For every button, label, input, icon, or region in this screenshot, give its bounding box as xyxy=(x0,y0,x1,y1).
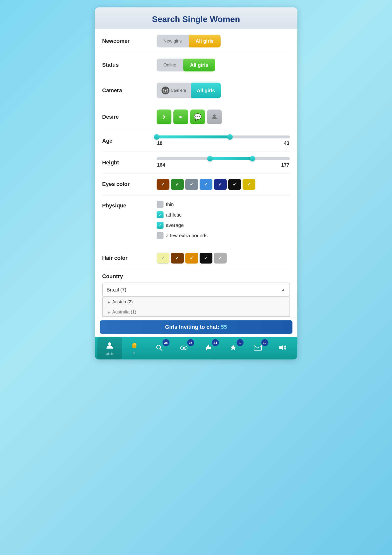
physique-average-checkbox[interactable]: ✓ xyxy=(157,222,164,229)
nav-item-coins[interactable]: 0 xyxy=(122,337,147,359)
height-slider-max-thumb[interactable] xyxy=(250,156,255,161)
list-item[interactable]: ▶ Australia (1) xyxy=(103,307,289,317)
list-item[interactable]: ▶ Austria (2) xyxy=(103,297,289,307)
desire-travel-icon[interactable]: ✈ xyxy=(157,110,171,124)
desire-row: Desire ✈ ⚭ 💬 xyxy=(102,104,290,130)
nav-messages-badge: 12 xyxy=(261,339,268,346)
nav-likes-badge: 34 xyxy=(212,339,219,346)
newcomer-controls: New girls All girls xyxy=(157,35,290,47)
physique-extra-pounds-label: a few extra pounds xyxy=(166,233,208,239)
hair-colors-grid: ✓ ✓ ✓ ✓ ✓ xyxy=(157,253,227,264)
status-online-btn[interactable]: Online xyxy=(157,59,183,71)
svg-point-5 xyxy=(132,346,136,348)
country-list-item-austria: Austria (2) xyxy=(112,299,133,305)
hair-color-grey[interactable]: ✓ xyxy=(214,253,227,264)
eye-color-dark-blue[interactable]: ✓ xyxy=(214,179,227,190)
eye-color-grey[interactable]: ✓ xyxy=(185,179,198,190)
age-label: Age xyxy=(102,138,157,144)
girls-inviting-bar: Girls Inviting to chat: 55 xyxy=(100,320,292,334)
star-icon xyxy=(229,344,237,353)
camera-all-girls-btn[interactable]: All girls xyxy=(191,83,221,98)
eye-color-yellow[interactable]: ✓ xyxy=(243,179,255,190)
girls-inviting-label: Girls Inviting to chat: xyxy=(165,324,219,330)
height-slider-track[interactable] xyxy=(157,157,290,160)
nav-item-sound[interactable] xyxy=(270,337,295,359)
hair-color-brown[interactable]: ✓ xyxy=(171,253,184,264)
nav-search-badge: 35 xyxy=(163,339,169,346)
desire-profile-icon[interactable] xyxy=(207,110,222,124)
hair-color-controls: ✓ ✓ ✓ ✓ ✓ xyxy=(157,253,290,264)
nav-views-badge: 35 xyxy=(187,339,194,346)
svg-point-1 xyxy=(213,114,216,117)
physique-row: Physique thin ✓ athletic ✓ average a few… xyxy=(102,196,290,247)
country-list-item-australia: Australia (1) xyxy=(112,310,136,315)
chevron-down-icon: ▲ xyxy=(281,287,286,292)
height-label: Height xyxy=(102,159,157,166)
hair-color-row: Hair color ✓ ✓ ✓ ✓ ✓ xyxy=(102,247,290,269)
height-slider-min-thumb[interactable] xyxy=(207,156,213,161)
expand-icon: ▶ xyxy=(108,300,110,304)
age-slider-max-thumb[interactable] xyxy=(227,134,233,140)
camera-icon xyxy=(162,87,169,94)
svg-marker-10 xyxy=(230,344,236,350)
girls-inviting-count: 55 xyxy=(221,324,227,330)
mail-icon xyxy=(254,344,262,352)
eye-color-blue[interactable]: ✓ xyxy=(200,179,212,190)
hair-color-label: Hair color xyxy=(102,255,157,261)
nav-item-favorites[interactable]: 1 xyxy=(221,337,246,359)
age-min-label: 18 xyxy=(157,140,163,146)
country-label: Country xyxy=(102,273,290,280)
svg-rect-11 xyxy=(254,345,262,350)
desire-relationship-icon[interactable]: ⚭ xyxy=(173,110,188,124)
age-controls: 18 43 xyxy=(157,135,290,146)
sound-icon xyxy=(279,344,286,353)
physique-athletic-checkbox[interactable]: ✓ xyxy=(157,211,164,218)
status-row: Status Online All girls xyxy=(102,53,290,77)
physique-athletic-label: athletic xyxy=(166,212,182,218)
hair-color-orange[interactable]: ✓ xyxy=(185,253,198,264)
newcomer-new-girls-btn[interactable]: New girls xyxy=(157,35,189,47)
hair-color-black[interactable]: ✓ xyxy=(200,253,212,264)
physique-extra-pounds-checkbox[interactable] xyxy=(157,232,164,239)
height-row: Height 164 177 xyxy=(102,152,290,174)
physique-average-label: average xyxy=(166,222,184,228)
eye-color-brown[interactable]: ✓ xyxy=(157,179,169,190)
newcomer-all-girls-btn[interactable]: All girls xyxy=(189,35,221,47)
country-selected: Brazil (7) xyxy=(107,287,126,293)
status-label: Status xyxy=(102,62,157,68)
physique-thin-checkbox[interactable] xyxy=(157,201,164,208)
physique-average: ✓ average xyxy=(157,222,290,229)
age-slider-fill xyxy=(157,135,230,138)
height-slider-fill xyxy=(210,157,253,160)
age-slider-container: 18 43 xyxy=(157,135,290,146)
nav-item-search[interactable]: 35 xyxy=(147,337,171,359)
bottom-nav: admin 0 35 35 xyxy=(95,337,297,359)
svg-marker-12 xyxy=(279,345,283,350)
camera-row: Camera Cam era All girls xyxy=(102,77,290,104)
age-slider-track[interactable] xyxy=(157,135,290,138)
nav-item-views[interactable]: 35 xyxy=(171,337,196,359)
age-slider-min-thumb[interactable] xyxy=(154,134,159,140)
nav-favorites-badge: 1 xyxy=(237,339,244,346)
eye-color-green[interactable]: ✓ xyxy=(171,179,184,190)
height-slider-labels: 164 177 xyxy=(157,162,290,168)
status-all-girls-btn[interactable]: All girls xyxy=(183,59,215,71)
search-icon xyxy=(155,344,163,353)
expand-icon: ▶ xyxy=(108,310,110,314)
nav-item-messages[interactable]: 12 xyxy=(246,337,270,359)
country-dropdown[interactable]: Brazil (7) ▲ xyxy=(102,283,290,297)
physique-thin-label: thin xyxy=(166,202,174,207)
main-card: Search Single Women Newcomer New girls A… xyxy=(95,7,297,359)
hair-color-blonde[interactable]: ✓ xyxy=(157,253,169,264)
eye-icon xyxy=(180,344,188,352)
camera-camera-btn[interactable]: Cam era xyxy=(157,83,191,98)
desire-chat-icon[interactable]: 💬 xyxy=(190,110,205,124)
camera-toggle-group: Cam era All girls xyxy=(157,83,221,98)
height-max-label: 177 xyxy=(281,162,289,168)
desire-controls: ✈ ⚭ 💬 xyxy=(157,110,290,124)
status-toggle-group: Online All girls xyxy=(157,59,215,71)
eye-color-black[interactable]: ✓ xyxy=(228,179,241,190)
nav-item-profile[interactable]: admin xyxy=(97,337,122,359)
nav-item-likes[interactable]: 34 xyxy=(196,337,221,359)
camera-controls: Cam era All girls xyxy=(157,83,290,98)
